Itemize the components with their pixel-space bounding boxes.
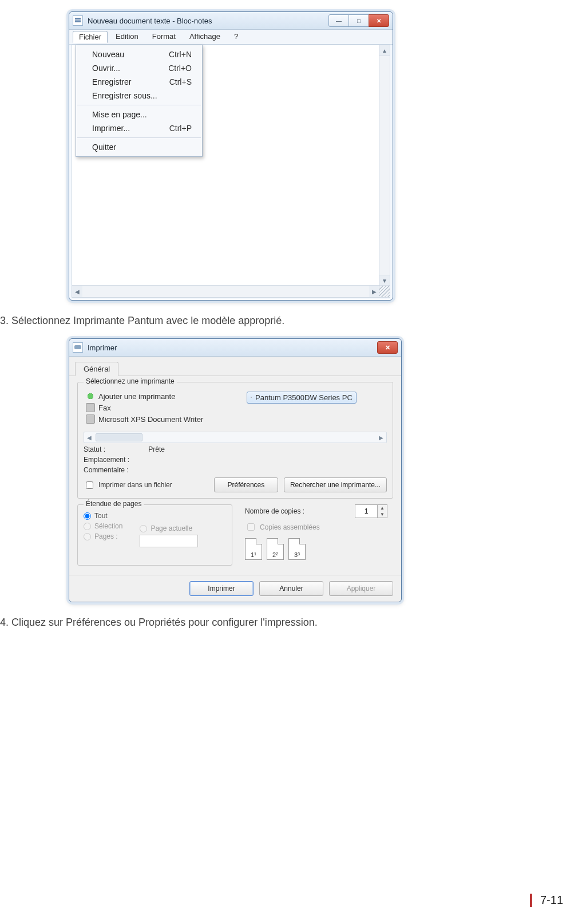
page-icon: 3³ bbox=[288, 538, 306, 560]
scroll-left-icon[interactable]: ◀ bbox=[72, 286, 82, 297]
menu-format[interactable]: Format bbox=[146, 31, 181, 43]
page-icon: 2² bbox=[267, 538, 284, 560]
menu-item-shortcut: Ctrl+N bbox=[169, 50, 192, 59]
comment-label: Commentaire : bbox=[84, 466, 146, 474]
print-dialog-titlebar: Imprimer ✕ bbox=[69, 339, 401, 357]
add-printer-icon bbox=[86, 392, 95, 401]
menu-item-ouvrir[interactable]: Ouvrir... Ctrl+O bbox=[76, 61, 202, 75]
print-to-file-input[interactable] bbox=[86, 481, 93, 489]
printer-item-add[interactable]: Ajouter une imprimante bbox=[86, 390, 224, 402]
range-selection: Sélection bbox=[84, 522, 122, 530]
print-to-file-checkbox[interactable]: Imprimer dans un fichier bbox=[84, 480, 172, 491]
menu-fichier[interactable]: Fichier bbox=[73, 31, 108, 43]
printer-item-pantum-selected[interactable]: Pantum P3500DW Series PC bbox=[247, 392, 357, 404]
close-button[interactable]: ✕ bbox=[369, 14, 389, 27]
page-icon: 1¹ bbox=[245, 538, 262, 560]
print-dialog-title: Imprimer bbox=[88, 343, 377, 352]
range-pages: Pages : bbox=[84, 532, 122, 540]
printer-icon bbox=[73, 342, 83, 353]
fichier-dropdown: Nouveau Ctrl+N Ouvrir... Ctrl+O Enregist… bbox=[76, 45, 203, 157]
range-selection-radio bbox=[84, 523, 91, 530]
printer-select-group: Sélectionnez une imprimante Ajouter une … bbox=[77, 382, 393, 499]
tab-general[interactable]: Général bbox=[75, 362, 118, 376]
range-all-radio[interactable] bbox=[84, 512, 91, 520]
page-range-group: Étendue de pages Tout Sélection bbox=[77, 504, 232, 566]
print-button[interactable]: Imprimer bbox=[189, 581, 254, 596]
menu-item-enregistrer[interactable]: Enregistrer Ctrl+S bbox=[76, 75, 202, 89]
print-to-file-label: Imprimer dans un fichier bbox=[98, 481, 172, 489]
printer-label: Fax bbox=[98, 404, 111, 412]
notepad-textarea[interactable]: Nouveau Ctrl+N Ouvrir... Ctrl+O Enregist… bbox=[72, 45, 390, 298]
menu-separator bbox=[77, 137, 201, 138]
menu-edition[interactable]: Edition bbox=[110, 31, 144, 43]
printer-icon bbox=[251, 397, 252, 398]
location-label: Emplacement : bbox=[84, 456, 146, 464]
printer-item-xps[interactable]: Microsoft XPS Document Writer bbox=[86, 413, 224, 425]
scroll-right-icon[interactable]: ▶ bbox=[369, 286, 379, 297]
collate-label: Copies assemblées bbox=[260, 523, 320, 531]
instruction-step3: 3. Sélectionnez Imprimante Pantum avec l… bbox=[0, 315, 586, 327]
range-current: Page actuelle bbox=[140, 524, 198, 532]
range-pages-radio bbox=[84, 533, 91, 540]
cancel-button[interactable]: Annuler bbox=[259, 581, 323, 596]
copies-spinner[interactable]: ▲ ▼ bbox=[355, 504, 387, 518]
menu-item-shortcut: Ctrl+S bbox=[169, 77, 192, 86]
menu-item-imprimer[interactable]: Imprimer... Ctrl+P bbox=[76, 121, 202, 135]
vertical-scrollbar[interactable]: ▲ ▼ bbox=[379, 45, 390, 286]
scroll-thumb[interactable] bbox=[96, 433, 142, 441]
dialog-buttons: Imprimer Annuler Appliquer bbox=[69, 575, 401, 602]
page-number: 7-11 bbox=[530, 894, 563, 907]
preferences-button[interactable]: Préférences bbox=[214, 477, 278, 492]
resize-grip-icon[interactable] bbox=[379, 285, 390, 297]
group-label: Sélectionnez une imprimante bbox=[84, 377, 177, 385]
collate-checkbox: Copies assemblées bbox=[245, 522, 387, 532]
printer-icon bbox=[86, 414, 95, 424]
printer-item-fax[interactable]: Fax bbox=[86, 402, 224, 413]
menu-aide[interactable]: ? bbox=[228, 31, 244, 43]
menu-item-quitter[interactable]: Quitter bbox=[76, 140, 202, 154]
menu-item-mise-en-page[interactable]: Mise en page... bbox=[76, 108, 202, 121]
menu-item-label: Enregistrer sous... bbox=[92, 91, 157, 100]
menu-item-enregistrer-sous[interactable]: Enregistrer sous... bbox=[76, 89, 202, 102]
menu-item-shortcut: Ctrl+P bbox=[169, 124, 192, 133]
apply-button: Appliquer bbox=[329, 581, 393, 596]
range-current-label: Page actuelle bbox=[151, 524, 192, 532]
menu-item-shortcut: Ctrl+O bbox=[168, 64, 192, 73]
menu-affichage[interactable]: Affichage bbox=[184, 31, 226, 43]
group-label: Étendue de pages bbox=[84, 500, 144, 508]
menu-item-nouveau[interactable]: Nouveau Ctrl+N bbox=[76, 48, 202, 61]
close-button[interactable]: ✕ bbox=[377, 341, 398, 354]
spinner-up-icon[interactable]: ▲ bbox=[378, 505, 387, 511]
range-selection-label: Sélection bbox=[94, 522, 122, 530]
scroll-left-icon[interactable]: ◀ bbox=[84, 435, 94, 441]
pages-input bbox=[140, 535, 198, 547]
menu-item-label: Imprimer... bbox=[92, 124, 130, 133]
spinner-down-icon[interactable]: ▼ bbox=[378, 511, 387, 518]
notepad-window: Nouveau document texte - Bloc-notes — □ … bbox=[69, 11, 393, 301]
menubar: Fichier Edition Format Affichage ? bbox=[69, 30, 393, 45]
find-printer-button[interactable]: Rechercher une imprimante... bbox=[284, 477, 387, 492]
printer-list-scrollbar[interactable]: ◀ ▶ bbox=[84, 432, 387, 443]
range-all-label: Tout bbox=[94, 512, 108, 520]
range-pages-label: Pages : bbox=[94, 532, 118, 540]
menu-item-label: Mise en page... bbox=[92, 110, 147, 119]
copies-group: Nombre de copies : ▲ ▼ Copies assembl bbox=[239, 504, 393, 566]
fax-icon bbox=[86, 403, 95, 412]
menu-item-label: Ouvrir... bbox=[92, 64, 120, 73]
collate-input bbox=[247, 523, 255, 531]
printer-label: Ajouter une imprimante bbox=[98, 392, 175, 401]
status-value: Prête bbox=[148, 445, 165, 453]
minimize-button[interactable]: — bbox=[328, 14, 349, 27]
copies-value[interactable] bbox=[355, 505, 377, 518]
range-all[interactable]: Tout bbox=[84, 512, 122, 520]
maximize-button[interactable]: □ bbox=[349, 14, 369, 27]
scroll-down-icon[interactable]: ▼ bbox=[379, 275, 390, 286]
notepad-titlebar: Nouveau document texte - Bloc-notes — □ … bbox=[69, 12, 393, 30]
scroll-up-icon[interactable]: ▲ bbox=[379, 45, 390, 56]
scroll-right-icon[interactable]: ▶ bbox=[376, 435, 386, 441]
copies-label: Nombre de copies : bbox=[245, 507, 304, 515]
menu-item-label: Enregistrer bbox=[92, 77, 131, 86]
collate-illustration: 1¹ 2² 3³ bbox=[245, 538, 387, 560]
notepad-title: Nouveau document texte - Bloc-notes bbox=[88, 17, 329, 25]
horizontal-scrollbar[interactable]: ◀ ▶ bbox=[72, 285, 379, 297]
